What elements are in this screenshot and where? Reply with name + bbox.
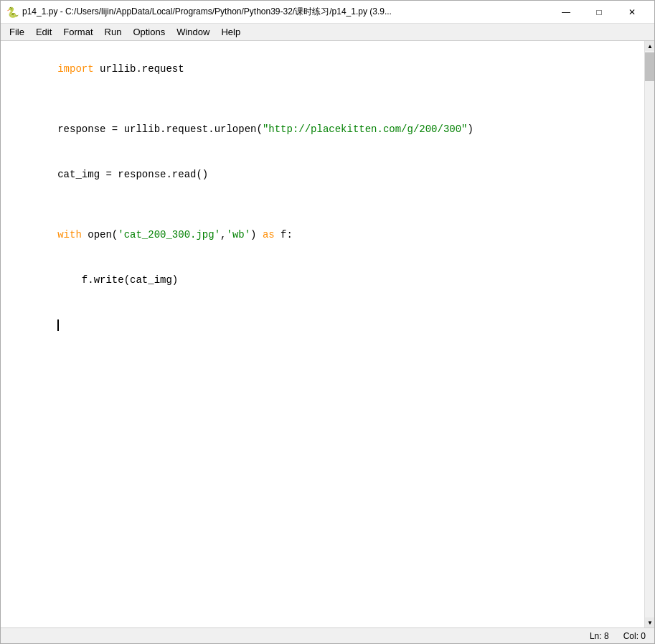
menu-window[interactable]: Window [171,24,215,40]
code-line-2 [9,92,636,107]
status-line: Ln: 8 [590,631,609,641]
code-line-5 [9,197,636,213]
code-editor[interactable]: import urllib.request response = urllib.… [1,41,644,627]
code-line-6: with open('cat_200_300.jpg','wb') as f: [9,213,636,258]
close-button[interactable]: ✕ [616,1,649,24]
scroll-thumb[interactable] [645,52,654,81]
app-icon: 🐍 [6,6,18,18]
menu-run[interactable]: Run [99,24,128,40]
menu-file[interactable]: File [4,24,30,40]
menu-help[interactable]: Help [215,24,246,40]
menu-format[interactable]: Format [57,24,98,40]
code-line-4: cat_img = response.read() [9,152,636,197]
window-controls: — □ ✕ [550,1,649,24]
code-line-1: import urllib.request [9,47,636,92]
scroll-up-arrow[interactable]: ▲ [645,41,654,51]
menu-edit[interactable]: Edit [30,24,57,40]
editor-area: import urllib.request response = urllib.… [1,41,654,627]
main-window: 🐍 p14_1.py - C:/Users/lijin/AppData/Loca… [0,0,655,644]
vertical-scrollbar[interactable]: ▲ ▼ [644,41,654,627]
minimize-button[interactable]: — [550,1,583,24]
code-line-7: f.write(cat_img) [9,258,636,303]
title-bar: 🐍 p14_1.py - C:/Users/lijin/AppData/Loca… [1,1,654,24]
code-line-8 [9,303,636,348]
menu-bar: File Edit Format Run Options Window Help [1,24,654,41]
maximize-button[interactable]: □ [583,1,616,24]
status-bar: Ln: 8 Col: 0 [1,627,654,643]
code-line-3: response = urllib.request.urlopen("http:… [9,107,636,152]
scroll-down-arrow[interactable]: ▼ [645,617,654,627]
window-title: p14_1.py - C:/Users/lijin/AppData/Local/… [22,6,550,18]
menu-options[interactable]: Options [127,24,171,40]
status-col: Col: 0 [623,631,646,641]
